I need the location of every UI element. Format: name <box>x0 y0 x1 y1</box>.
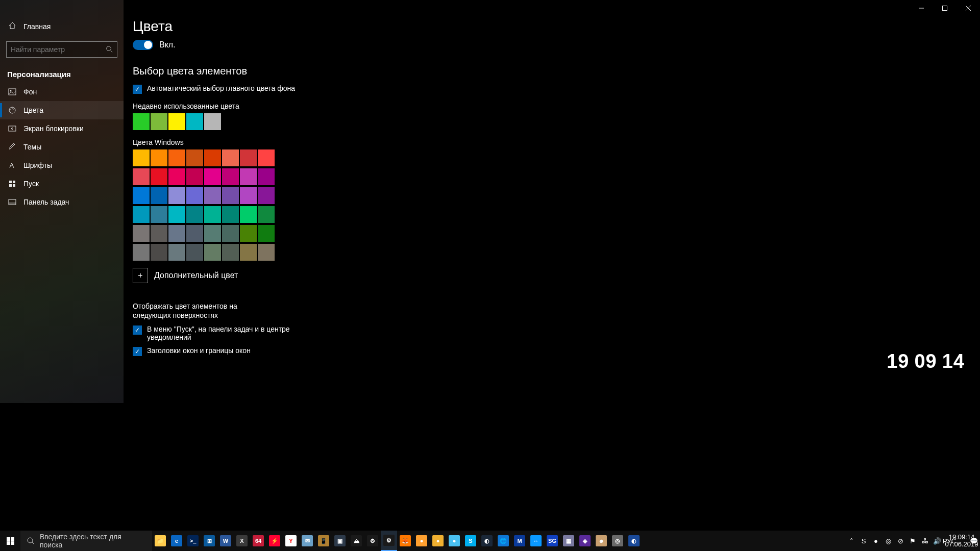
sidebar-item-start[interactable]: Пуск <box>0 174 124 193</box>
sidebar-item-taskbar[interactable]: Панель задач <box>0 193 124 211</box>
color-swatch[interactable] <box>186 244 203 261</box>
color-swatch[interactable] <box>168 168 185 185</box>
sidebar-item-palette[interactable]: Цвета <box>0 101 124 119</box>
color-swatch[interactable] <box>168 149 185 166</box>
taskbar-app-aida[interactable]: 64 <box>250 531 266 551</box>
color-swatch[interactable] <box>151 149 167 166</box>
tray-tray-flag[interactable]: ⚑ <box>906 531 919 551</box>
tray-tray-globe[interactable]: ◎ <box>882 531 894 551</box>
color-swatch[interactable] <box>151 168 167 185</box>
taskbar-app-steam[interactable]: ◐ <box>479 531 495 551</box>
color-swatch[interactable] <box>258 187 275 204</box>
taskbar-app-gear-dark[interactable]: ⚙ <box>364 531 381 551</box>
color-swatch[interactable] <box>240 244 257 261</box>
color-swatch[interactable] <box>222 187 239 204</box>
tray-tray-red[interactable]: ⊘ <box>894 531 906 551</box>
color-swatch[interactable] <box>151 225 167 242</box>
taskbar-app-app-sg[interactable]: SG <box>544 531 560 551</box>
surface-titlebar-row[interactable]: ✓ Заголовки окон и границы окон <box>133 346 296 356</box>
color-swatch[interactable] <box>258 149 275 166</box>
tray-chevron[interactable]: ˄ <box>845 531 857 551</box>
taskbar-app-excel[interactable]: X <box>234 531 250 551</box>
tray-network[interactable]: 🖧 <box>919 531 931 551</box>
search-input[interactable] <box>6 41 117 58</box>
taskbar-search[interactable]: Введите здесь текст для поиска <box>20 531 152 551</box>
taskbar-app-app-face[interactable]: ☻ <box>593 531 609 551</box>
color-swatch[interactable] <box>240 206 257 223</box>
taskbar-app-app-pur[interactable]: ◈ <box>577 531 593 551</box>
taskbar-app-settings[interactable]: ⚙ <box>381 531 397 551</box>
color-swatch[interactable] <box>222 244 239 261</box>
taskbar-app-firefox[interactable]: 🦊 <box>397 531 413 551</box>
taskbar-app-file-explorer[interactable]: 📁 <box>152 531 168 551</box>
color-swatch[interactable] <box>133 168 150 185</box>
color-swatch[interactable] <box>240 149 257 166</box>
action-center-button[interactable]: 💬 <box>968 531 980 551</box>
color-swatch[interactable] <box>151 113 167 130</box>
taskbar-app-store[interactable]: ⊞ <box>201 531 217 551</box>
taskbar-app-globe[interactable]: 🌐 <box>495 531 511 551</box>
taskbar-app-app-cyan[interactable]: ● <box>446 531 462 551</box>
taskbar-app-bolt[interactable]: ⚡ <box>266 531 283 551</box>
color-swatch[interactable] <box>186 149 203 166</box>
color-swatch[interactable] <box>168 244 185 261</box>
color-swatch[interactable] <box>168 206 185 223</box>
maximize-button[interactable] <box>933 0 957 16</box>
surface-start-checkbox[interactable]: ✓ <box>133 325 142 335</box>
taskbar-app-media[interactable]: ▣ <box>332 531 348 551</box>
taskbar-app-app-pic[interactable]: ▦ <box>560 531 577 551</box>
taskbar-app-m-app[interactable]: M <box>511 531 528 551</box>
color-swatch[interactable] <box>240 168 257 185</box>
taskbar-app-photos[interactable]: ⛰ <box>348 531 364 551</box>
color-swatch[interactable] <box>151 244 167 261</box>
search-field[interactable] <box>11 45 106 54</box>
color-swatch[interactable] <box>204 244 221 261</box>
taskbar-app-word[interactable]: W <box>217 531 234 551</box>
sidebar-item-image[interactable]: Фон <box>0 83 124 101</box>
color-swatch[interactable] <box>133 244 150 261</box>
color-swatch[interactable] <box>133 225 150 242</box>
taskbar-app-phone[interactable]: 📱 <box>315 531 332 551</box>
taskbar-app-edge[interactable]: e <box>168 531 185 551</box>
color-swatch[interactable] <box>133 149 150 166</box>
color-swatch[interactable] <box>186 225 203 242</box>
tray-sound[interactable]: 🔊 <box>931 531 943 551</box>
taskbar-app-chrome[interactable]: ◎ <box>609 531 626 551</box>
color-swatch[interactable] <box>151 187 167 204</box>
color-swatch[interactable] <box>151 206 167 223</box>
color-swatch[interactable] <box>222 149 239 166</box>
color-swatch[interactable] <box>204 187 221 204</box>
tray-clock[interactable]: 19:09:1407.06.2019 <box>955 531 968 551</box>
color-swatch[interactable] <box>204 225 221 242</box>
color-swatch[interactable] <box>222 206 239 223</box>
home-item[interactable]: Главная <box>0 16 124 36</box>
taskbar-app-yandex[interactable]: Y <box>283 531 299 551</box>
color-swatch[interactable] <box>168 225 185 242</box>
color-swatch[interactable] <box>133 206 150 223</box>
close-button[interactable] <box>957 0 980 16</box>
sidebar-item-lock[interactable]: Экран блокировки <box>0 119 124 138</box>
taskbar-app-app-orange[interactable]: ● <box>413 531 430 551</box>
color-swatch[interactable] <box>186 187 203 204</box>
color-swatch[interactable] <box>168 113 185 130</box>
sidebar-item-brush[interactable]: Темы <box>0 138 124 156</box>
auto-color-checkbox[interactable]: ✓ <box>133 85 142 94</box>
color-swatch[interactable] <box>204 149 221 166</box>
sidebar-item-font[interactable]: Шрифты <box>0 156 124 174</box>
taskbar-app-mail[interactable]: ✉ <box>299 531 315 551</box>
color-swatch[interactable] <box>258 168 275 185</box>
color-swatch[interactable] <box>204 206 221 223</box>
taskbar-app-powershell[interactable]: >_ <box>185 531 201 551</box>
color-swatch[interactable] <box>186 168 203 185</box>
taskbar-app-skype[interactable]: S <box>462 531 479 551</box>
taskbar-app-teamviewer[interactable]: ↔ <box>528 531 544 551</box>
custom-color-button[interactable]: + Дополнительный цвет <box>133 268 970 283</box>
taskbar-app-app-gold[interactable]: ● <box>430 531 446 551</box>
color-swatch[interactable] <box>168 187 185 204</box>
color-swatch[interactable] <box>258 206 275 223</box>
color-swatch[interactable] <box>258 225 275 242</box>
color-swatch[interactable] <box>186 113 203 130</box>
transparency-toggle[interactable] <box>133 40 153 50</box>
surface-titlebar-checkbox[interactable]: ✓ <box>133 347 142 356</box>
color-swatch[interactable] <box>186 206 203 223</box>
